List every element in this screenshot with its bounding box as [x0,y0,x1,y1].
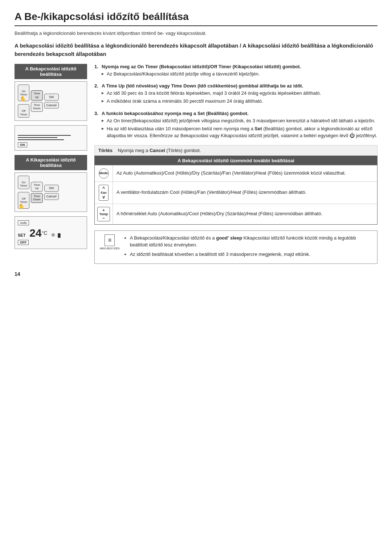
set-btn-1: Set [44,94,59,101]
table-header: A Bekapcsolási időzítő üzemmód további b… [95,156,377,165]
signal-icon: ▐▌ [57,233,62,237]
note-bullet1: A Bekapcsolási/Kikapcsolási időzítő és a… [130,234,372,249]
table-row-mode: Mode Az Auto (Automatikus)/Cool (Hűtés)/… [95,165,377,181]
page-title: A Be-/kikapcsolási időzítő beállítása [15,11,377,26]
bold-heading: A bekapcsolási időzítő beállítása a légk… [15,42,377,58]
step1-title: Nyomja meg az On Timer (Bekapcsolási idő… [102,64,377,69]
temp-text: A hőmérséklet Auto (Automatikus)/Cool (H… [113,208,377,220]
fan-icon-cell: ^ Fan v [95,182,113,204]
remote-diagram-1: On Timer ✋ Off Timer Time Up Time Down S… [15,81,87,121]
intro-text: Beállíthatja a légkondicionáló berendezé… [15,30,377,36]
time-up-btn-2: Time Up [31,182,42,192]
step2-title: A Time Up (Idő növelése) vagy Time Down … [102,83,377,89]
settings-table: A Bekapcsolási időzítő üzemmód további b… [94,156,377,225]
on-badge: ON [18,142,27,147]
auto-label: Auto [18,220,29,225]
off-timer-btn-2: Off Timer ✋ [18,192,29,209]
table-row-temp: + Temp − A hőmérséklet Auto (Automatikus… [95,204,377,224]
on-timer-btn: On Timer ✋ [18,85,29,101]
step1-bullet: Az Bekapcsolási/Kikapcsolási időzítő jel… [102,71,377,77]
section2-label: A Kikapcsolási időzítő beállítása [15,155,87,170]
steps-list: 1. Nyomja meg az On Timer (Bekapcsolási … [94,64,377,141]
fan-text: A ventilátor-fordulatszám Cool (Hűtés)/F… [113,186,377,199]
display-off: Auto SET 24°C ❊ ▐▌ OFF [15,216,87,249]
on-timer-btn-2: On Timer [18,176,29,189]
step3-bullet1: Az On timer(Bekapcsolási időzítő) jelzőj… [102,118,377,124]
section1-label: A Bekapcsolási időzítő beállítása [15,64,87,79]
time-down-btn-1: Time Down [31,102,42,112]
mode-icon: Mode [99,168,109,179]
right-column: 1. Nyomja meg az On Timer (Bekapcsolási … [94,64,377,264]
temp-value: 24 [29,227,41,239]
fan-icon: ^ Fan v [99,185,108,201]
display-on: ON [15,125,87,151]
temp-icon-cell: + Temp − [95,204,113,224]
step3-set-bold: Set [255,126,262,131]
off-timer-btn: Off Timer [18,104,29,118]
mode-text: Az Auto (Automatikus)/Cool (Hűtés)/Dry (… [113,167,377,179]
note-bullet2: Az időzítő beállítását követően a beállí… [130,251,372,258]
note-label: MEGJEGYZÉS [100,247,120,250]
toerles-label: Törlés [98,148,113,153]
step2-bullet1: Az idő 30 perc és 3 óra között félórás l… [102,90,377,97]
step2-bullet2: A működési órák száma a minimális 30 per… [102,98,377,105]
page-number: 14 [15,271,377,277]
off-badge: OFF [18,240,29,245]
step3-bullet2: Ha az idő kiválasztása után 10 másodperc… [102,126,377,139]
step-1: 1. Nyomja meg az On Timer (Bekapcsolási … [94,64,377,79]
note-icon: ≡ MEGJEGYZÉS [100,234,120,250]
step3-num: 3. [94,111,100,141]
note-bold: good' sleep [216,235,242,241]
step1-num: 1. [94,64,100,79]
step3-title: A funkció bekapcsolásához nyomja meg a S… [102,111,377,116]
cancel-bold: Cancel [150,148,165,153]
toerles-row: Törlés Nyomja meg a Cancel (Törlés) gomb… [94,145,377,156]
note-doc-icon: ≡ [105,234,115,246]
set-btn-2: Set [44,185,59,192]
table-row-fan: ^ Fan v A ventilátor-fordulatszám Cool (… [95,181,377,204]
cancel-btn-2: Cancel [44,193,59,200]
step-2: 2. A Time Up (Idő növelése) vagy Time Do… [94,83,377,106]
time-up-btn-1: Time Up [31,90,42,100]
note-box: ≡ MEGJEGYZÉS A Bekapcsolási/Kikapcsolási… [94,230,377,264]
left-column: A Bekapcsolási időzítő beállítása On Tim… [15,64,87,264]
remote-diagram-2: On Timer Off Timer ✋ Time Up Time Down S… [15,172,87,212]
temp-unit: °C [42,230,48,236]
set-label: SET [18,233,25,237]
toerles-text2: (Törlés) gombot. [165,148,201,153]
temp-icon: + Temp − [97,207,110,221]
toerles-text: Nyomja meg a [118,148,149,153]
step2-num: 2. [94,83,100,106]
cancel-btn-1: Cancel [44,102,59,109]
wifi-fan-icon: ❊ [51,232,55,238]
time-down-btn-2: Time Down [31,193,42,203]
step-3: 3. A funkció bekapcsolásához nyomja meg … [94,111,377,141]
mode-icon-cell: Mode [95,165,113,181]
note-text-content: A Bekapcsolási/Kikapcsolási időzítő és a… [124,234,372,260]
